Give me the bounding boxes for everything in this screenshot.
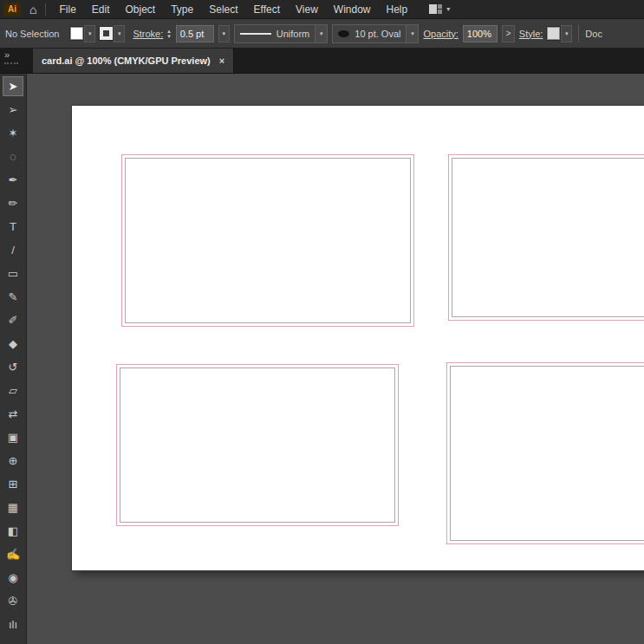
tool-paintbrush[interactable]: ✎ bbox=[3, 288, 23, 306]
menu-item-view[interactable]: View bbox=[288, 0, 326, 19]
graphic-style-swatch[interactable] bbox=[547, 27, 560, 40]
menu-item-type[interactable]: Type bbox=[163, 0, 201, 19]
menu-item-help[interactable]: Help bbox=[379, 0, 416, 19]
document-setup-button[interactable]: Doc bbox=[585, 29, 602, 39]
stroke-weight-input[interactable] bbox=[176, 25, 214, 42]
fill-color-dropdown[interactable]: ▾ bbox=[84, 25, 95, 42]
selection-status: No Selection bbox=[5, 29, 59, 39]
tool-selection[interactable]: ➤ bbox=[3, 77, 23, 95]
menubar-divider bbox=[45, 3, 46, 16]
menu-item-window[interactable]: Window bbox=[326, 0, 379, 19]
stroke-weight-dropdown[interactable]: ▾ bbox=[218, 25, 230, 42]
tool-rotate[interactable]: ↺ bbox=[3, 358, 23, 376]
menu-item-edit[interactable]: Edit bbox=[84, 0, 118, 19]
card-inner-guide-1 bbox=[125, 158, 411, 323]
card-outline-1[interactable] bbox=[121, 154, 414, 327]
tool-column-graph[interactable]: ılı bbox=[3, 615, 23, 634]
chevron-down-icon[interactable]: ▾ bbox=[315, 25, 327, 42]
tool-pen[interactable]: ✒ bbox=[3, 171, 23, 189]
stroke-color-dropdown[interactable]: ▾ bbox=[114, 25, 125, 42]
workspace-layout-icon bbox=[429, 4, 443, 14]
menu-item-select[interactable]: Select bbox=[201, 0, 245, 19]
tool-shape-builder[interactable]: ⊕ bbox=[3, 452, 23, 470]
tool-shaper[interactable]: ✐ bbox=[3, 311, 23, 329]
stroke-panel-link[interactable]: Stroke: bbox=[133, 29, 163, 39]
workspace-switcher[interactable]: ▾ bbox=[429, 4, 450, 14]
oval-brush-icon bbox=[338, 30, 349, 37]
menubar-items: FileEditObjectTypeSelectEffectViewWindow… bbox=[51, 0, 415, 19]
tool-direct-selection[interactable]: ➢ bbox=[3, 101, 23, 119]
tab-strip: » card.ai @ 100% (CMYK/GPU Preview) × bbox=[0, 49, 644, 74]
stroke-weight-stepper[interactable]: ▴ ▾ bbox=[167, 29, 171, 39]
artboard[interactable] bbox=[72, 106, 644, 570]
opacity-more-button[interactable]: > bbox=[502, 25, 515, 42]
style-panel-link[interactable]: Style: bbox=[519, 29, 543, 39]
tool-gradient[interactable]: ◧ bbox=[3, 522, 23, 540]
toolbar-collapse-button[interactable]: » bbox=[0, 49, 27, 73]
tool-blend[interactable]: ◉ bbox=[3, 569, 23, 587]
tool-line-segment[interactable]: / bbox=[3, 241, 23, 259]
control-bar: No Selection ▾ ▾ Stroke: ▴ ▾ ▾ Uniform ▾… bbox=[0, 19, 644, 49]
width-profile-dropdown[interactable]: Uniform ▾ bbox=[234, 24, 329, 43]
tool-rectangle[interactable]: ▭ bbox=[3, 264, 23, 283]
card-outline-3[interactable] bbox=[116, 364, 399, 526]
menu-item-object[interactable]: Object bbox=[118, 0, 164, 19]
width-profile-value: Uniform bbox=[276, 29, 310, 39]
card-inner-guide-2 bbox=[452, 158, 644, 317]
card-outline-2[interactable] bbox=[448, 154, 644, 321]
chevron-down-icon[interactable]: ▾ bbox=[406, 25, 418, 42]
tool-free-transform[interactable]: ▣ bbox=[3, 428, 23, 446]
tool-scale[interactable]: ▱ bbox=[3, 381, 23, 400]
canvas-pasteboard[interactable] bbox=[27, 74, 644, 644]
toolbar: ➤➢✶◌✒✏T/▭✎✐◆↺▱⇄▣⊕⊞▦◧✍◉✇ılı⊡✋Q bbox=[0, 74, 27, 644]
tool-perspective-grid[interactable]: ⊞ bbox=[3, 475, 23, 493]
card-inner-guide-4 bbox=[450, 366, 644, 541]
tool-magic-wand[interactable]: ✶ bbox=[3, 124, 23, 142]
menubar: Ai ⌂ FileEditObjectTypeSelectEffectViewW… bbox=[0, 0, 644, 19]
tool-lasso[interactable]: ◌ bbox=[3, 147, 23, 166]
card-outline-4[interactable] bbox=[446, 362, 644, 544]
close-icon[interactable]: × bbox=[219, 55, 224, 66]
uniform-profile-icon bbox=[240, 33, 271, 35]
card-inner-guide-3 bbox=[120, 368, 395, 523]
tool-width[interactable]: ⇄ bbox=[3, 405, 23, 423]
menu-item-effect[interactable]: Effect bbox=[246, 0, 288, 19]
tool-eraser[interactable]: ◆ bbox=[3, 335, 23, 353]
controlbar-divider bbox=[578, 25, 579, 42]
home-icon[interactable]: ⌂ bbox=[29, 0, 36, 19]
app-logo-icon[interactable]: Ai bbox=[3, 3, 21, 16]
brush-dropdown[interactable]: 10 pt. Oval ▾ bbox=[332, 24, 419, 43]
stepper-down-icon[interactable]: ▾ bbox=[167, 34, 171, 39]
tool-curvature[interactable]: ✏ bbox=[3, 194, 23, 212]
tool-eyedropper[interactable]: ✍ bbox=[3, 545, 23, 563]
menu-item-file[interactable]: File bbox=[51, 0, 83, 19]
tool-mesh[interactable]: ▦ bbox=[3, 498, 23, 517]
stroke-color-swatch[interactable] bbox=[100, 27, 113, 40]
tool-symbol-sprayer[interactable]: ✇ bbox=[3, 592, 23, 610]
opacity-panel-link[interactable]: Opacity: bbox=[423, 29, 458, 39]
brush-value: 10 pt. Oval bbox=[355, 29, 400, 39]
chevron-down-icon: ▾ bbox=[446, 5, 450, 13]
tool-artboard[interactable]: ⊡ bbox=[3, 639, 23, 644]
document-tab-title: card.ai @ 100% (CMYK/GPU Preview) bbox=[42, 55, 211, 66]
document-tab[interactable]: card.ai @ 100% (CMYK/GPU Preview) × bbox=[33, 49, 234, 73]
panel-drag-dots bbox=[4, 62, 18, 64]
tool-type[interactable]: T bbox=[3, 218, 23, 236]
fill-color-swatch[interactable] bbox=[70, 27, 83, 40]
graphic-style-dropdown[interactable]: ▾ bbox=[561, 25, 572, 42]
double-chevron-icon: » bbox=[4, 50, 10, 60]
opacity-input[interactable] bbox=[463, 25, 498, 42]
